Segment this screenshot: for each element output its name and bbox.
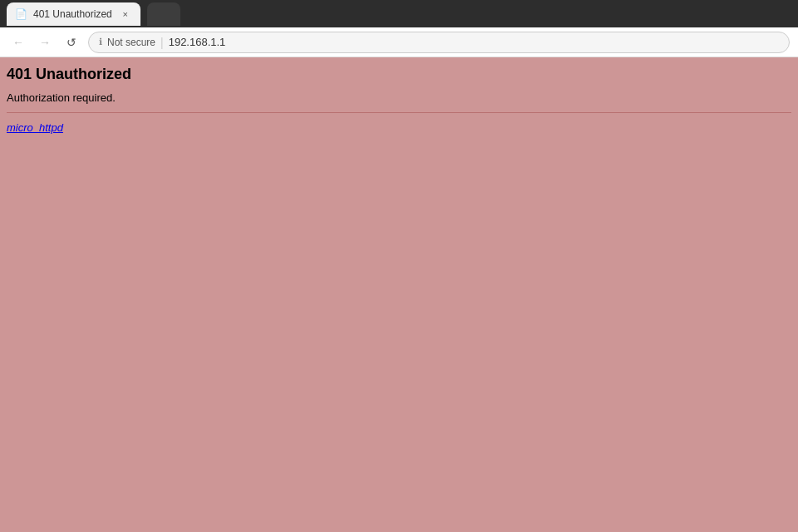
not-secure-label: Not secure <box>107 37 155 48</box>
title-bar: 📄 401 Unauthorized × <box>0 0 798 27</box>
forward-icon: → <box>39 36 51 49</box>
address-bar: ← → ↺ ℹ Not secure | 192.168.1.1 <box>0 27 798 57</box>
back-icon: ← <box>12 36 24 49</box>
empty-tab <box>147 2 180 26</box>
page-content: 401 Unauthorized Authorization required.… <box>0 57 798 532</box>
security-icon: ℹ <box>99 37 102 47</box>
url-bar[interactable]: ℹ Not secure | 192.168.1.1 <box>88 32 790 53</box>
back-button[interactable]: ← <box>8 32 28 52</box>
error-heading: 401 Unauthorized <box>7 66 791 83</box>
active-tab[interactable]: 📄 401 Unauthorized × <box>7 2 140 26</box>
page-icon: 📄 <box>15 8 27 20</box>
divider <box>7 112 791 113</box>
reload-icon: ↺ <box>66 36 76 49</box>
error-message: Authorization required. <box>7 91 791 104</box>
url-separator: | <box>160 36 164 49</box>
forward-button[interactable]: → <box>35 32 55 52</box>
reload-button[interactable]: ↺ <box>62 32 81 52</box>
tab-close-button[interactable]: × <box>119 7 132 21</box>
tab-title: 401 Unauthorized <box>33 8 112 20</box>
server-link[interactable]: micro_httpd <box>7 121 63 134</box>
url-display: 192.168.1.1 <box>169 36 226 48</box>
